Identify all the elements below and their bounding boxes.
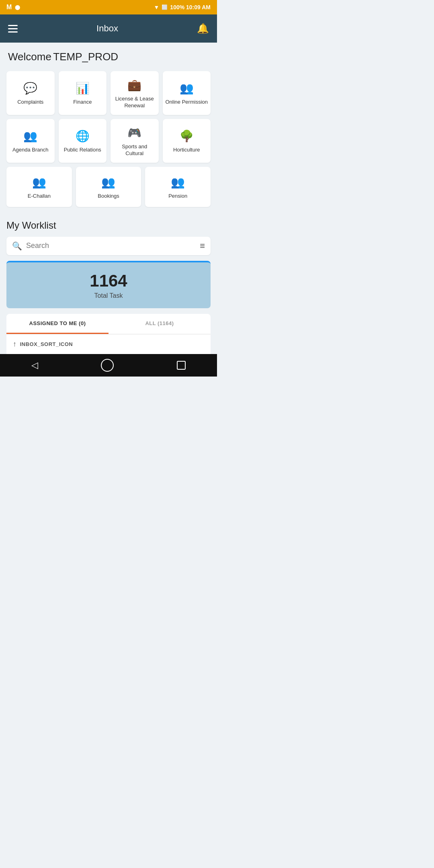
sports-cultural-label: Sports and Cultural — [113, 143, 156, 157]
grid-row-3: 👥 E-Challan 👥 Bookings 👥 Pension — [6, 167, 211, 207]
sports-cultural-icon: 🎮 — [127, 126, 141, 139]
bookings-icon: 👥 — [101, 176, 115, 189]
sort-label: INBOX_SORT_ICON — [20, 341, 73, 347]
bottom-nav: ◁ — [0, 354, 217, 377]
online-permission-label: Online Permission — [166, 99, 208, 106]
welcome-greeting: Welcome — [8, 51, 51, 63]
pension-icon: 👥 — [171, 176, 185, 189]
hamburger-menu[interactable] — [8, 25, 18, 33]
status-left: M ⬤ — [6, 4, 20, 11]
e-challan-icon: 👥 — [32, 176, 46, 189]
bookings-label: Bookings — [98, 193, 119, 200]
home-button[interactable] — [101, 359, 114, 372]
total-task-count: 1164 — [15, 271, 202, 291]
tab-assigned-to-me[interactable]: ASSIGNED TO ME (0) — [6, 314, 108, 334]
search-bar: 🔍 ≡ — [6, 237, 211, 255]
page-title: Inbox — [96, 23, 118, 34]
worklist-title: My Worklist — [6, 220, 211, 231]
welcome-username: TEMP_PROD — [53, 51, 118, 63]
finance-label: Finance — [73, 99, 92, 106]
grid-item-e-challan[interactable]: 👥 E-Challan — [6, 167, 72, 207]
recents-button[interactable] — [177, 361, 186, 370]
search-icon: 🔍 — [12, 241, 22, 251]
grid-row-2: 👥 Agenda Branch 🌐 Public Relations 🎮 Spo… — [6, 119, 211, 163]
grid-item-license-lease[interactable]: 💼 License & Lease Renewal — [111, 71, 159, 115]
horticulture-icon: 🌳 — [180, 129, 194, 143]
complaints-icon: 💬 — [23, 82, 37, 95]
back-button[interactable]: ◁ — [31, 360, 38, 371]
license-icon: 💼 — [127, 78, 141, 92]
grid-item-public-relations[interactable]: 🌐 Public Relations — [59, 119, 107, 163]
filter-icon[interactable]: ≡ — [200, 241, 205, 251]
license-label: License & Lease Renewal — [113, 96, 156, 109]
sort-row: ↑ INBOX_SORT_ICON — [6, 334, 211, 354]
wifi-icon: ▼ — [154, 4, 159, 10]
total-task-label: Total Task — [15, 292, 202, 299]
complaints-label: Complaints — [17, 99, 43, 106]
pension-label: Pension — [168, 193, 187, 200]
agenda-branch-label: Agenda Branch — [12, 147, 49, 154]
e-challan-label: E-Challan — [28, 193, 51, 200]
online-permission-icon: 👥 — [180, 82, 194, 95]
worklist-section: My Worklist 🔍 ≡ 1164 Total Task ASSIGNED… — [0, 213, 217, 354]
status-right: ▼ ⬜ 100% 10:09 AM — [154, 4, 211, 10]
grid-item-horticulture[interactable]: 🌳 Horticulture — [163, 119, 211, 163]
mail-icon: M — [6, 4, 12, 11]
top-bar: Inbox 🔔 — [0, 14, 217, 43]
public-relations-label: Public Relations — [64, 147, 101, 154]
tab-all[interactable]: ALL (1164) — [108, 314, 211, 334]
recents-square-icon — [177, 361, 186, 370]
status-bar: M ⬤ ▼ ⬜ 100% 10:09 AM — [0, 0, 217, 14]
notification-bell-icon[interactable]: 🔔 — [197, 23, 209, 34]
public-relations-icon: 🌐 — [76, 129, 90, 143]
agenda-branch-icon: 👥 — [23, 129, 37, 143]
home-circle-icon — [101, 359, 114, 372]
tabs-container: ASSIGNED TO ME (0) ALL (1164) — [6, 314, 211, 334]
grid-container: 💬 Complaints 📊 Finance 💼 License & Lease… — [0, 67, 217, 213]
grid-item-complaints[interactable]: 💬 Complaints — [6, 71, 55, 115]
circle-icon: ⬤ — [15, 4, 20, 10]
total-task-card: 1164 Total Task — [6, 261, 211, 308]
grid-item-agenda-branch[interactable]: 👥 Agenda Branch — [6, 119, 55, 163]
grid-item-finance[interactable]: 📊 Finance — [59, 71, 107, 115]
sim-icon: ⬜ — [162, 4, 168, 10]
finance-icon: 📊 — [76, 82, 90, 95]
grid-item-sports-cultural[interactable]: 🎮 Sports and Cultural — [111, 119, 159, 163]
grid-row-1: 💬 Complaints 📊 Finance 💼 License & Lease… — [6, 71, 211, 115]
grid-item-pension[interactable]: 👥 Pension — [145, 167, 211, 207]
sort-icon[interactable]: ↑ — [13, 340, 17, 348]
grid-item-online-permission[interactable]: 👥 Online Permission — [163, 71, 211, 115]
welcome-section: Welcome TEMP_PROD — [0, 43, 217, 67]
battery-percent: 100% 10:09 AM — [170, 4, 211, 10]
horticulture-label: Horticulture — [173, 147, 200, 154]
search-input[interactable] — [26, 242, 196, 250]
grid-item-bookings[interactable]: 👥 Bookings — [76, 167, 141, 207]
